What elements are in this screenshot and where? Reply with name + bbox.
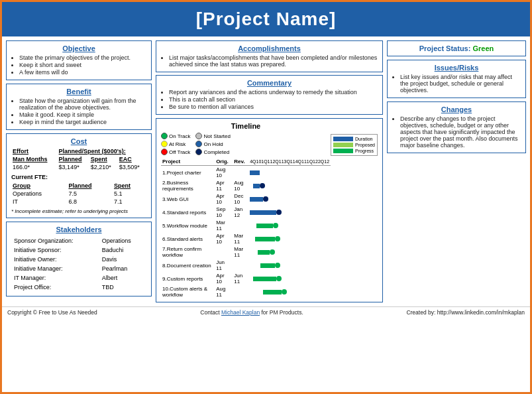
gantt-header: 4Q10 1Q11 2Q11 3Q11 4Q11 1Q12 2Q12 [248, 158, 331, 166]
objective-box: Objective State the primary objectives o… [6, 40, 152, 80]
list-item: Make it good. Keep it simple [19, 111, 146, 118]
list-item: This is a catch all section [169, 96, 378, 103]
legend-ontrack: On Track [161, 133, 190, 139]
footer-mid: Contact Michael Kaplan for PM Products. [200, 309, 303, 316]
fte-col-planned: Planned [67, 182, 113, 190]
list-item: Keep in mind the target audience [19, 119, 146, 125]
st-label-2: Initiative Owner: [13, 255, 99, 263]
benefit-title: Benefit [11, 88, 146, 96]
gantt-bar [256, 224, 273, 228]
blue-circle-icon [195, 141, 202, 147]
footer-left: Copyright © Free to Use As Needed [7, 309, 97, 316]
gantt-bar [253, 277, 276, 281]
legend-atrisk: At Risk [161, 141, 190, 147]
darkblue-circle-icon [195, 149, 202, 155]
stakeholders-box: Stakeholders Sponsor Organization:Operat… [6, 222, 152, 296]
timeline-legend-right: Duration Proposed Progress [331, 134, 378, 156]
status-indicator [276, 210, 282, 215]
footer-link[interactable]: Michael Kaplan [221, 309, 260, 316]
status-indicator [275, 263, 280, 268]
fte-row-0-group: Operations [11, 190, 67, 198]
status-indicator [275, 236, 280, 241]
timeline-box: Timeline On Track At Risk [156, 118, 383, 302]
list-item: Be sure to mention all variances [169, 103, 378, 110]
table-row: 5.Workflow module Mar 11 [161, 219, 331, 232]
cost-man-months: 166.0* [11, 163, 58, 171]
gantt-bar [253, 184, 260, 188]
fte-row-1-group: IT [11, 198, 67, 206]
fte-col-spent: Spent [113, 182, 146, 190]
fte-col-group: Group [11, 182, 67, 190]
cost-footnote: * Incomplete estimate; refer to underlyi… [11, 208, 146, 214]
col-spent: Spent [89, 155, 118, 163]
commentary-title: Commentary [161, 79, 378, 87]
changes-title: Changes [392, 105, 521, 113]
red-circle-icon [161, 149, 168, 155]
status-indicator [273, 223, 278, 228]
legend-onhold: On Hold [195, 141, 230, 147]
timeline-content: Timeline On Track At Risk [161, 122, 378, 298]
mid-column: Accomplishments List major tasks/accompl… [156, 40, 383, 302]
col-project: Project [161, 158, 215, 166]
cost-box: Cost Effort Planned/Spent ($000's): Man … [6, 133, 152, 218]
duration-bar-icon [333, 137, 353, 141]
list-item: List major tasks/accomplishments that ha… [169, 54, 378, 68]
project-status-box: Project Status: Green [387, 40, 526, 56]
fte-row-0-planned: 7.5 [67, 190, 113, 198]
list-item: Keep it short and sweet [19, 62, 146, 68]
list-item: State how the organization will gain fro… [19, 98, 146, 111]
col-planned: Planned [58, 155, 89, 163]
status-indicator [263, 196, 268, 202]
cost-eac: $3,509* [118, 163, 146, 171]
timeline-chart-area: Project Orig. Rev. 4Q10 1Q11 2Q11 3Q11 [161, 158, 331, 298]
table-row: 4.Standard reports Sep 10 Jan 12 [161, 206, 331, 219]
gantt-bar [260, 263, 275, 268]
changes-box: Changes Describe any changes to the proj… [387, 101, 526, 153]
timeline-legend-left: On Track At Risk Off Track [161, 133, 331, 155]
green-circle-icon [161, 133, 168, 139]
objective-title: Objective [11, 44, 146, 52]
table-row: 6.Standard alerts Apr 10 Mar 11 [161, 232, 331, 245]
legend-notstarted: Not Started [195, 133, 230, 139]
table-row: 1.Project charter Aug 10 [161, 166, 331, 180]
fte-label: Current FTE: [11, 174, 146, 180]
st-val-2: Davis [101, 255, 145, 263]
legend-completed: Completed [195, 149, 230, 155]
benefit-list: State how the organization will gain fro… [11, 98, 146, 125]
project-status-label: Project Status: [419, 44, 471, 52]
cost-table: Effort Planned/Spent ($000's): Man Month… [11, 147, 146, 171]
table-row: 9.Custom reports Apr 10 Jun 11 [161, 272, 331, 285]
progress-bar-icon [333, 149, 353, 153]
issues-risks-list: List key issues and/or risks that may af… [392, 74, 521, 94]
stakeholders-table: Sponsor Organization:Operations Initiati… [11, 235, 146, 293]
gantt-bar [255, 237, 275, 241]
col-rev: Rev. [233, 158, 248, 166]
table-row: 7.Return confirm workflow Mar 11 [161, 245, 331, 259]
st-label-5: Project Office: [13, 283, 99, 291]
footer: Copyright © Free to Use As Needed Contac… [2, 306, 530, 318]
st-val-1: Baduchi [101, 246, 145, 254]
status-indicator [270, 249, 275, 255]
fte-row-1-spent: 7.1 [113, 198, 146, 206]
fte-table: Group Planned Spent Operations 7.5 5.1 I… [11, 182, 146, 206]
st-label-0: Sponsor Organization: [13, 237, 99, 245]
list-item: State the primary objectives of the proj… [19, 54, 146, 61]
benefit-box: Benefit State how the organization will … [6, 84, 152, 130]
issues-risks-box: Issues/Risks List key issues and/or risk… [387, 60, 526, 98]
mid-top-section: Accomplishments List major tasks/accompl… [156, 40, 383, 115]
acc-comm-section: Accomplishments List major tasks/accompl… [156, 40, 383, 115]
main-content: Objective State the primary objectives o… [2, 36, 530, 306]
page-header: [Project Name] [2, 2, 530, 36]
st-label-1: Initiative Sponsor: [13, 246, 99, 254]
proposed-bar-icon [333, 143, 353, 147]
list-item: Describe any changes to the project obje… [400, 115, 521, 149]
status-indicator [260, 183, 265, 188]
yellow-circle-icon [161, 141, 168, 147]
gantt-bar [263, 290, 282, 295]
objective-list: State the primary objectives of the proj… [11, 54, 146, 76]
st-val-4: Albert [101, 274, 145, 282]
right-column: Project Status: Green Issues/Risks List … [387, 40, 526, 302]
list-item: List key issues and/or risks that may af… [400, 74, 521, 94]
planned-spent-label: Planned/Spent ($000's): [58, 147, 146, 155]
table-row: 8.Document creation Jun 11 [161, 259, 331, 272]
